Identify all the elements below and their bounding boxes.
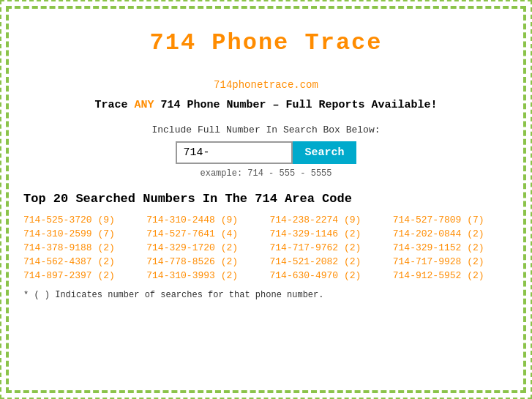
number-link[interactable]: 714-527-7641 (4) (146, 228, 262, 239)
search-section: Include Full Number In Search Box Below:… (23, 124, 509, 179)
number-link[interactable]: 714-310-2448 (9) (146, 215, 262, 225)
number-link[interactable]: 714-521-2082 (2) (270, 256, 386, 267)
search-input[interactable] (176, 141, 293, 164)
number-link[interactable]: 714-562-4387 (2) (23, 256, 139, 267)
search-row: Search (23, 141, 509, 164)
tagline-suffix: 714 Phone Number – Full Reports Availabl… (154, 99, 437, 111)
top-numbers-title: Top 20 Searched Numbers In The 714 Area … (23, 192, 509, 206)
number-link[interactable]: 714-912-5952 (2) (393, 270, 509, 281)
number-link[interactable]: 714-527-7809 (7) (393, 215, 509, 225)
number-link[interactable]: 714-202-0844 (2) (393, 228, 509, 239)
number-link[interactable]: 714-329-1720 (2) (146, 242, 262, 253)
number-link[interactable]: 714-717-9928 (2) (393, 256, 509, 267)
numbers-grid: 714-525-3720 (9)714-310-2448 (9)714-238-… (23, 215, 509, 281)
number-link[interactable]: 714-778-8526 (2) (146, 256, 262, 267)
footnote: * ( ) Indicates number of searches for t… (23, 290, 509, 300)
tagline-highlight: ANY (134, 99, 154, 111)
search-example: example: 714 - 555 - 5555 (23, 168, 509, 179)
number-link[interactable]: 714-630-4970 (2) (270, 270, 386, 281)
number-link[interactable]: 714-310-3993 (2) (146, 270, 262, 281)
tagline: Trace ANY 714 Phone Number – Full Report… (23, 99, 509, 111)
number-link[interactable]: 714-310-2599 (7) (23, 228, 139, 239)
number-link[interactable]: 714-329-1146 (2) (270, 228, 386, 239)
search-button[interactable]: Search (293, 141, 356, 164)
number-link[interactable]: 714-717-9762 (2) (270, 242, 386, 253)
number-link[interactable]: 714-897-2397 (2) (23, 270, 139, 281)
number-link[interactable]: 714-525-3720 (9) (23, 215, 139, 225)
number-link[interactable]: 714-378-9188 (2) (23, 242, 139, 253)
number-link[interactable]: 714-238-2274 (9) (270, 215, 386, 225)
site-link[interactable]: 714phonetrace.com (23, 78, 509, 92)
tagline-prefix: Trace (94, 99, 134, 111)
search-label: Include Full Number In Search Box Below: (23, 124, 509, 135)
site-url[interactable]: 714phonetrace.com (214, 79, 318, 91)
number-link[interactable]: 714-329-1152 (2) (393, 242, 509, 253)
page-title: 714 Phone Trace (23, 29, 509, 56)
